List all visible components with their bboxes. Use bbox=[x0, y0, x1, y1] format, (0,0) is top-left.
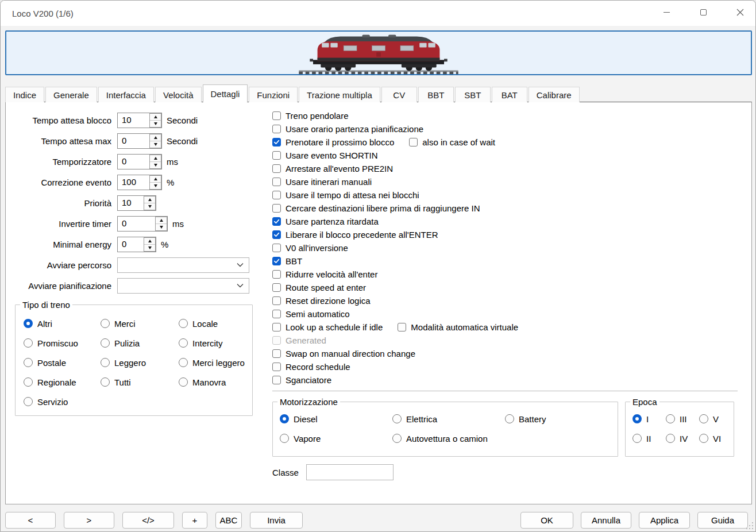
checkbox-usare-orario-partenza-pianificazione[interactable]: Usare orario partenza pianificazione bbox=[272, 124, 423, 134]
tab-dettagli[interactable]: Dettagli bbox=[203, 84, 248, 103]
spin-input[interactable]: 0 bbox=[118, 217, 155, 231]
spin-up-button[interactable] bbox=[150, 134, 161, 141]
tab-bat[interactable]: BAT bbox=[492, 87, 527, 102]
spin-up-button[interactable] bbox=[144, 196, 155, 203]
radio-pulizia[interactable]: Pulizia bbox=[101, 333, 179, 353]
radio-leggero[interactable]: Leggero bbox=[101, 353, 179, 372]
radio-iii[interactable]: III bbox=[666, 409, 699, 429]
radio-vapore[interactable]: Vapore bbox=[280, 429, 392, 448]
radio-vi[interactable]: VI bbox=[699, 429, 732, 448]
tab-indice[interactable]: Indice bbox=[5, 87, 44, 102]
checkbox-bbt[interactable]: BBT bbox=[272, 256, 302, 266]
checkbox-prenotare-il-prossimo-blocco[interactable]: Prenotare il prossimo blocco bbox=[272, 137, 394, 147]
radio-iv[interactable]: IV bbox=[666, 429, 699, 448]
radio-autovettura-o-camion[interactable]: Autovettura o camion bbox=[392, 429, 505, 448]
prev-button[interactable]: < bbox=[5, 512, 56, 529]
checkbox-route-speed-at-enter[interactable]: Route speed at enter bbox=[272, 283, 366, 292]
help-button[interactable]: Guida bbox=[697, 512, 748, 529]
spin-up-button[interactable] bbox=[150, 114, 161, 120]
spinner-tempo-attesa-max: 0 bbox=[117, 133, 162, 149]
triangle-down-icon bbox=[148, 246, 152, 249]
tab-velocit[interactable]: Velocità bbox=[155, 87, 202, 102]
tab-interfaccia[interactable]: Interfaccia bbox=[98, 87, 154, 102]
radio-ii[interactable]: II bbox=[632, 429, 666, 448]
spin-input[interactable]: 0 bbox=[118, 155, 149, 169]
spin-up-button[interactable] bbox=[150, 176, 161, 182]
maximize-button[interactable] bbox=[690, 2, 716, 22]
spin-down-button[interactable] bbox=[150, 120, 161, 127]
radio-locale[interactable]: Locale bbox=[179, 314, 245, 333]
tab-cv[interactable]: CV bbox=[381, 87, 417, 102]
checkbox-usare-evento-shortin[interactable]: Usare evento SHORTIN bbox=[272, 151, 378, 160]
invia-button[interactable]: Invia bbox=[250, 512, 303, 529]
spin-down-button[interactable] bbox=[150, 182, 161, 189]
combo-avviare-pianificazione[interactable] bbox=[117, 278, 249, 294]
combo-avviare-percorso[interactable] bbox=[117, 257, 249, 273]
title-bar[interactable]: Loco V200 (1/6) bbox=[1, 1, 755, 26]
radio-battery[interactable]: Battery bbox=[505, 409, 618, 429]
tab-trazione-multipla[interactable]: Trazione multipla bbox=[299, 87, 380, 102]
radio-promiscuo[interactable]: Promiscuo bbox=[24, 333, 101, 353]
radio-v[interactable]: V bbox=[699, 409, 732, 429]
spin-input[interactable]: 10 bbox=[118, 113, 149, 128]
spin-input[interactable]: 10 bbox=[118, 196, 144, 210]
spin-input[interactable]: 100 bbox=[118, 175, 149, 190]
spin-down-button[interactable] bbox=[150, 161, 161, 168]
radio-i[interactable]: I bbox=[632, 409, 666, 429]
radio-postale[interactable]: Postale bbox=[24, 353, 101, 372]
apply-button[interactable]: Applica bbox=[639, 512, 690, 529]
radio-manovra[interactable]: Manovra bbox=[179, 372, 245, 392]
spin-input[interactable]: 0 bbox=[118, 237, 144, 252]
tab-sbt[interactable]: SBT bbox=[455, 87, 491, 102]
checkbox-treno-pendolare[interactable]: Treno pendolare bbox=[272, 111, 349, 121]
abc-button[interactable]: ABC bbox=[215, 512, 242, 529]
radio-regionale[interactable]: Regionale bbox=[24, 372, 101, 392]
radio-altri[interactable]: Altri bbox=[24, 314, 101, 333]
checkbox-ridurre-velocit-all-enter[interactable]: Ridurre velocità all'enter bbox=[272, 269, 377, 279]
checkbox-semi-automatico[interactable]: Semi automatico bbox=[272, 309, 350, 319]
add-button[interactable]: + bbox=[182, 512, 207, 529]
next-button[interactable]: > bbox=[64, 512, 114, 529]
resize-grip-icon[interactable] bbox=[746, 522, 754, 530]
checkbox-usare-il-tempo-di-attesa-nei-blocchi[interactable]: Usare il tempo di attesa nei blocchi bbox=[272, 190, 419, 200]
checkbox-cercare-destinazioni-libere-prima-di-raggiungere-in[interactable]: Cercare destinazioni libere prima di rag… bbox=[272, 203, 480, 213]
checkbox-v0-all-inversione[interactable]: V0 all'inversione bbox=[272, 243, 348, 253]
cancel-button[interactable]: Annulla bbox=[581, 512, 631, 529]
spin-up-button[interactable] bbox=[156, 217, 167, 223]
checkbox-swap-on-manual-direction-change[interactable]: Swap on manual direction change bbox=[272, 349, 415, 358]
radio-tutti[interactable]: Tutti bbox=[101, 372, 179, 392]
classe-input[interactable] bbox=[306, 464, 394, 480]
checkbox-usare-itinerari-manuali[interactable]: Usare itinerari manuali bbox=[272, 177, 372, 187]
checkbox-also-in-case-of-wait[interactable]: also in case of wait bbox=[409, 137, 495, 147]
spin-up-button[interactable] bbox=[150, 155, 161, 161]
code-button[interactable]: </> bbox=[122, 512, 174, 529]
spin-down-button[interactable] bbox=[156, 223, 167, 230]
spin-down-button[interactable] bbox=[144, 203, 155, 210]
spin-down-button[interactable] bbox=[150, 141, 161, 148]
checkbox-arrestare-all-evento-pre2in[interactable]: Arrestare all'evento PRE2IN bbox=[272, 164, 393, 174]
checkbox-look-up-a-schedule-if-idle[interactable]: Look up a schedule if idle bbox=[272, 322, 383, 332]
checkbox-modalit-automatica-virtuale[interactable]: Modalità automatica virtuale bbox=[398, 322, 518, 332]
spin-down-button[interactable] bbox=[144, 244, 155, 251]
tab-funzioni[interactable]: Funzioni bbox=[249, 87, 298, 102]
tab-bbt[interactable]: BBT bbox=[418, 87, 454, 102]
ok-button[interactable]: OK bbox=[520, 512, 573, 529]
check-icon bbox=[273, 139, 280, 145]
spin-up-button[interactable] bbox=[144, 238, 155, 244]
radio-diesel[interactable]: Diesel bbox=[280, 409, 392, 429]
spin-input[interactable]: 0 bbox=[118, 134, 149, 148]
close-button[interactable] bbox=[727, 2, 753, 22]
checkbox-reset-direzione-logica[interactable]: Reset direzione logica bbox=[272, 296, 371, 306]
minimize-button[interactable] bbox=[653, 2, 680, 22]
checkbox-sganciatore[interactable]: Sganciatore bbox=[272, 375, 331, 385]
radio-servizio[interactable]: Servizio bbox=[24, 392, 101, 411]
radio-intercity[interactable]: Intercity bbox=[179, 333, 245, 353]
radio-merci[interactable]: Merci bbox=[101, 314, 179, 333]
radio-merci-leggero[interactable]: Merci leggero bbox=[179, 353, 245, 372]
tab-calibrare[interactable]: Calibrare bbox=[529, 87, 580, 102]
radio-elettrica[interactable]: Elettrica bbox=[392, 409, 505, 429]
checkbox-record-schedule[interactable]: Record schedule bbox=[272, 362, 350, 372]
checkbox-liberare-il-blocco-precedente-all-enter[interactable]: Liberare il blocco precedente all'ENTER bbox=[272, 230, 438, 240]
checkbox-usare-partenza-ritardata[interactable]: Usare partenza ritardata bbox=[272, 217, 379, 226]
tab-generale[interactable]: Generale bbox=[45, 87, 97, 102]
